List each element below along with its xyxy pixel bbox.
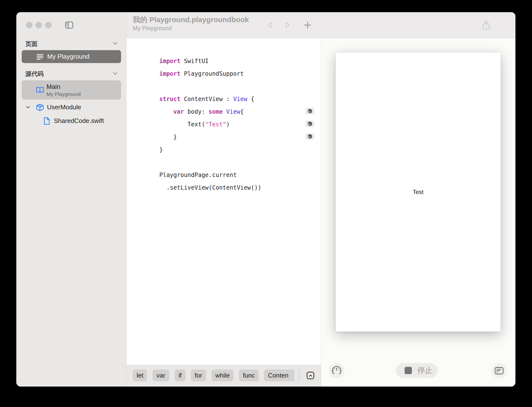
app-window: 页面 My Playground 源代码	[16, 12, 515, 387]
editor-pane: 我的 Playground.playgroundbook My Playgrou…	[126, 12, 321, 387]
module-collapse-button[interactable]	[25, 104, 31, 110]
chevron-down-icon	[113, 41, 118, 46]
stop-button-label: 停止	[417, 365, 432, 376]
nav-forward-icon	[284, 21, 291, 29]
result-cube-icon	[307, 134, 312, 139]
result-cube-icon	[307, 121, 312, 127]
performance-gauge-button[interactable]	[329, 363, 344, 379]
sidebar-toggle-button[interactable]	[65, 21, 74, 29]
keyword-chip-for[interactable]: for	[191, 370, 206, 381]
live-view-pane: Test 停止	[322, 12, 515, 387]
pages-section-header: 页面	[25, 40, 38, 48]
source-section-header: 源代码	[25, 70, 44, 78]
share-icon	[482, 20, 490, 30]
sidebar-item-my-playground[interactable]: My Playground	[22, 50, 121, 63]
keyword-chip-while[interactable]: while	[211, 370, 234, 381]
code-line: }	[159, 131, 261, 143]
sidebar-item-sharedcode[interactable]: SharedCode.swift	[22, 114, 121, 127]
document-subtitle: My Playground	[133, 25, 249, 32]
sidebar-item-label: UserModule	[47, 103, 81, 111]
keyword-chip-var[interactable]: var	[152, 370, 169, 381]
code-line: PlaygroundPage.current	[159, 169, 261, 181]
keyword-chip-conten[interactable]: Conten	[264, 370, 294, 381]
code-line: struct ContentView : View {	[159, 93, 261, 105]
code-line: }	[159, 143, 261, 156]
code-line	[159, 156, 261, 169]
nav-back-icon	[266, 21, 273, 29]
sidebar-item-main[interactable]: Main My Playground	[22, 80, 121, 100]
keyword-chip-row: letvarifforwhilefuncConten	[133, 370, 294, 381]
console-log-icon	[494, 367, 504, 375]
source-collapse-button[interactable]	[112, 71, 118, 76]
share-button[interactable]	[481, 20, 492, 30]
keyword-chip-if[interactable]: if	[175, 370, 186, 381]
console-log-button[interactable]	[491, 363, 507, 379]
page-lines-icon	[36, 53, 44, 61]
forward-button[interactable]	[282, 20, 293, 30]
close-button[interactable]	[26, 22, 32, 28]
result-cube-icon	[307, 109, 312, 114]
keyboard-accessory-bar: letvarifforwhilefuncConten	[126, 365, 321, 387]
keyword-chip-func[interactable]: func	[239, 370, 259, 381]
sidebar-toggle-icon	[65, 21, 73, 29]
document-title: 我的 Playground.playgroundbook	[133, 15, 249, 24]
code-editor[interactable]: import SwiftUIimport PlaygroundSupportst…	[159, 55, 261, 194]
keyboard-dismiss-button[interactable]	[307, 372, 314, 379]
stop-square-icon	[405, 367, 412, 374]
inline-result-button[interactable]	[305, 108, 314, 114]
code-line	[159, 80, 261, 93]
minimize-button[interactable]	[36, 22, 42, 28]
gauge-icon	[331, 365, 342, 376]
stop-button[interactable]: 停止	[396, 363, 438, 378]
code-line: .setLiveView(ContentView())	[159, 181, 261, 194]
accessory-divider	[299, 370, 299, 381]
open-book-icon	[36, 86, 44, 94]
sidebar-item-usermodule[interactable]: UserModule	[22, 101, 121, 114]
live-view-text: Test	[413, 189, 423, 195]
editor-toolbar: 我的 Playground.playgroundbook My Playgrou…	[126, 12, 321, 38]
keyboard-dismiss-icon	[308, 373, 313, 378]
preview-toolbar	[322, 12, 515, 38]
code-line: Text("Test")	[159, 118, 261, 131]
code-line: var body: some View{	[159, 105, 261, 118]
chevron-down-icon	[113, 71, 118, 76]
zoom-button[interactable]	[45, 22, 52, 28]
add-icon	[303, 21, 312, 29]
sidebar: 页面 My Playground 源代码	[16, 12, 126, 387]
sidebar-item-title: Main	[47, 83, 81, 91]
code-line: import SwiftUI	[159, 55, 261, 67]
chevron-down-icon	[26, 105, 31, 110]
sidebar-item-label: My Playground	[47, 53, 89, 60]
add-page-button[interactable]	[302, 20, 313, 30]
live-view-card: Test	[336, 53, 501, 332]
sidebar-item-label: SharedCode.swift	[54, 117, 104, 125]
document-title-block: 我的 Playground.playgroundbook My Playgrou…	[133, 15, 249, 32]
pages-collapse-button[interactable]	[112, 40, 118, 46]
shipping-box-icon	[36, 103, 44, 111]
back-button[interactable]	[264, 20, 275, 30]
document-icon	[43, 117, 51, 125]
inline-result-button[interactable]	[305, 120, 314, 127]
keyword-chip-let[interactable]: let	[133, 370, 147, 381]
sidebar-item-subtitle: My Playground	[47, 91, 81, 97]
code-line: import PlaygroundSupport	[159, 67, 261, 80]
inline-result-button[interactable]	[305, 133, 314, 140]
